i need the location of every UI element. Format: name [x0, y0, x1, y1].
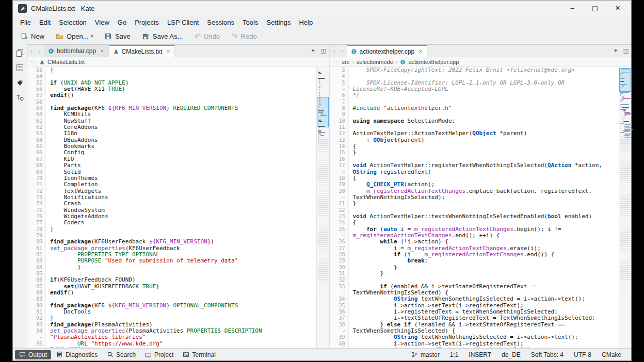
line-number: 71 — [27, 182, 46, 188]
dock-symbols-icon[interactable] — [15, 93, 24, 102]
dock-documents-icon[interactable] — [15, 48, 24, 57]
status-1-1[interactable]: 1:1 — [445, 351, 463, 358]
title-bar[interactable]: CMakeLists.txt - Kate – ▢ ✕ — [13, 1, 631, 16]
tab-close-icon[interactable]: ✕ — [418, 49, 423, 54]
tabs-back-icon[interactable]: ‹ — [27, 45, 36, 57]
terminal-icon — [183, 351, 189, 358]
line-number: 69 — [27, 169, 46, 175]
tabs-forward-icon[interactable]: › — [36, 45, 44, 57]
minimap-viewport[interactable] — [619, 68, 631, 92]
split-view-icon[interactable]: ◫ — [621, 45, 631, 57]
svg-text:C: C — [402, 60, 404, 63]
statusbar-output-button[interactable]: Output — [15, 350, 51, 359]
minimize-icon[interactable]: – — [561, 1, 584, 16]
kate-window: CMakeLists.txt - Kate – ▢ ✕ FileEditSele… — [12, 0, 632, 361]
minimap-viewport[interactable] — [317, 97, 329, 127]
breadcrumb-segment-cmakelists-txt[interactable]: CMakeLists.txt — [47, 59, 85, 65]
split-view-icon[interactable]: ◫ — [318, 45, 329, 57]
toolbar-save-as-button[interactable]: Save As... — [139, 31, 186, 42]
line-number: 20 — [330, 188, 349, 194]
menu-tools[interactable]: Tools — [238, 18, 262, 27]
undo-icon: ↶ — [194, 32, 201, 40]
code-text — [46, 99, 50, 105]
minimap-line — [624, 127, 631, 128]
wrap-marker-icon: ↪ — [27, 334, 46, 340]
toolbar-redo-button[interactable]: ↷Redo — [228, 31, 260, 42]
code-text — [46, 296, 50, 302]
code-line: 77 Codecs — [27, 220, 316, 226]
menu-help[interactable]: Help — [295, 18, 317, 27]
line-number: 23 — [330, 213, 349, 220]
line-number: 26 — [330, 239, 349, 245]
status-de-de[interactable]: de_DE — [497, 351, 525, 358]
status-master[interactable]: master — [407, 351, 444, 358]
minimap-line — [620, 109, 626, 110]
line-number: 39 — [330, 334, 349, 340]
tabs-back-icon[interactable]: ‹ — [330, 45, 339, 57]
statusbar-terminal-button[interactable]: Terminal — [179, 350, 219, 359]
dock-git-icon[interactable] — [15, 78, 24, 87]
toolbar-undo-button[interactable]: ↶Undo — [191, 31, 223, 42]
minimap-scrollbar[interactable] — [619, 67, 631, 348]
breadcrumb-more-icon[interactable]: ⋯ — [30, 58, 37, 65]
tab-close-icon[interactable]: ✕ — [100, 48, 104, 54]
document-new-icon — [20, 32, 28, 40]
statusbar-search-button[interactable]: Search — [103, 350, 140, 359]
line-number: 70 — [27, 175, 46, 182]
text-editor[interactable]: 53)5455if (UNIX AND NOT APPLE)56 set(HAV… — [27, 67, 329, 348]
minimap-line — [624, 135, 630, 136]
line-number: 58 — [27, 99, 46, 105]
menu-settings[interactable]: Settings — [262, 18, 295, 27]
text-editor[interactable]: 3 SPDX-FileCopyrightText: 2022 Felix Ern… — [330, 67, 632, 348]
minimap-scrollbar[interactable] — [316, 67, 329, 348]
tab-bottombar-cpp[interactable]: Cbottombar.cpp✕ — [44, 45, 109, 57]
code-text: void ActionTextHelper::textsWhenNothingI… — [349, 213, 592, 220]
maximize-icon[interactable]: ▢ — [584, 1, 606, 16]
tab-close-icon[interactable]: ✕ — [166, 49, 170, 54]
menu-file[interactable]: File — [16, 18, 35, 27]
breadcrumb-segment-actiontexthelper-cpp[interactable]: actiontexthelper.cpp — [408, 59, 459, 65]
line-number: 66 — [27, 150, 46, 156]
status-utf-8[interactable]: UTF-8 — [569, 351, 596, 358]
menu-view[interactable]: View — [91, 18, 114, 27]
main-area: ‹ › Cbottombar.cpp✕CMakeLists.txt✕ ✦ ◫ ⋯… — [13, 44, 631, 348]
menu-edit[interactable]: Edit — [35, 18, 55, 27]
tabs-forward-icon[interactable]: › — [339, 45, 347, 57]
toolbar-new-button[interactable]: New — [17, 31, 47, 42]
line-number: 22 — [330, 207, 349, 213]
minimap-line — [624, 134, 632, 135]
menu-selection[interactable]: Selection — [55, 18, 90, 27]
pane-menu-icon[interactable]: ✦ — [610, 45, 621, 57]
statusbar-button-label: Diagnostics — [66, 351, 98, 358]
status-soft-tabs-4[interactable]: Soft Tabs: 4 — [526, 351, 568, 358]
tab-cmakelists-txt[interactable]: CMakeLists.txt✕ — [109, 45, 175, 57]
code-text — [349, 207, 353, 213]
line-number: 8 — [330, 105, 349, 111]
statusbar-button-label: Terminal — [192, 351, 215, 358]
menu-go[interactable]: Go — [114, 18, 131, 27]
menu-lsp-client[interactable]: LSP Client — [163, 18, 203, 27]
toolbar-button-label: New — [31, 32, 44, 40]
tab-bar: ‹ › Cbottombar.cpp✕CMakeLists.txt✕ ✦ ◫ — [27, 45, 329, 57]
breadcrumb-segment-selectionmode[interactable]: selectionmode — [357, 59, 393, 65]
statusbar-project-button[interactable]: Project — [141, 350, 178, 359]
toolbar-open-button[interactable]: Open...▾ — [53, 31, 96, 42]
dock-filesystem-icon[interactable] — [15, 63, 24, 72]
breadcrumb-segment-src[interactable]: src — [342, 59, 350, 65]
code-text — [349, 277, 353, 283]
breadcrumb-more-icon[interactable]: ⋯ — [333, 58, 340, 65]
status-cmake[interactable]: CMake — [597, 351, 626, 358]
statusbar-diagnostics-button[interactable]: Diagnostics — [52, 350, 102, 359]
menu-sessions[interactable]: Sessions — [203, 18, 238, 27]
code-text — [349, 124, 353, 130]
status-insert[interactable]: INSERT — [464, 351, 496, 358]
close-icon[interactable]: ✕ — [606, 1, 629, 16]
line-number: 17 — [330, 162, 349, 169]
pane-menu-icon[interactable]: ✦ — [308, 45, 318, 57]
code-line: 6*/ — [330, 92, 619, 98]
tab-actiontexthelper-cpp[interactable]: Cactiontexthelper.cpp✕ — [347, 45, 427, 57]
toolbar-save-button[interactable]: Save — [101, 31, 134, 42]
minimap-line — [319, 127, 320, 128]
line-number: 38 — [330, 322, 349, 328]
menu-projects[interactable]: Projects — [131, 18, 163, 27]
